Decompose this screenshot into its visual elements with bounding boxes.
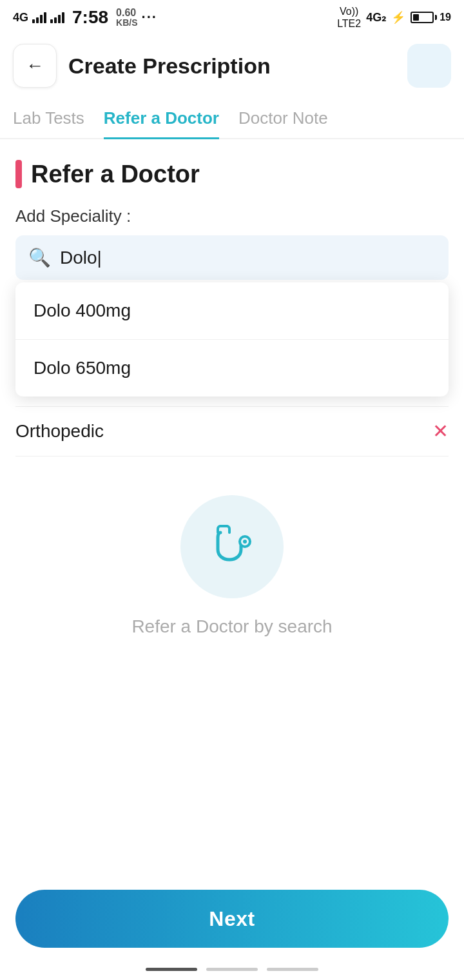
empty-state-text: Refer a Doctor by search — [131, 616, 332, 637]
page-title: Create Prescription — [68, 54, 396, 79]
search-dropdown: Dolo 400mg Dolo 650mg — [15, 282, 449, 397]
section-header: Refer a Doctor — [15, 160, 449, 188]
remove-orthopedic-button[interactable]: ✕ — [432, 422, 449, 441]
network-4g-1: 4G — [13, 11, 28, 24]
tab-refer-doctor[interactable]: Refer a Doctor — [104, 98, 219, 139]
network-4g2: 4G₂ — [366, 10, 386, 24]
status-speed: 0.60 KB/S — [116, 8, 137, 27]
bottom-nav — [0, 968, 464, 974]
dropdown-item-dolo400[interactable]: Dolo 400mg — [15, 282, 449, 340]
search-input[interactable]: Dolo — [60, 248, 436, 268]
status-right: Vo)) LTE2 4G₂ ⚡ 19 — [337, 5, 451, 30]
nav-indicator-2 — [206, 968, 258, 971]
tab-doctor-note[interactable]: Doctor Note — [238, 98, 328, 139]
status-time: 7:58 — [72, 7, 108, 28]
stethoscope-icon — [206, 521, 258, 573]
selected-item-orthopedic: Orthopedic ✕ — [15, 407, 449, 456]
next-button[interactable]: Next — [15, 890, 449, 948]
status-left: 4G 7:58 0.60 KB/S ··· — [13, 7, 157, 28]
search-container: 🔍 Dolo Dolo 400mg Dolo 650mg — [15, 235, 449, 280]
nav-indicator-1 — [146, 968, 197, 971]
section-accent-bar — [15, 160, 22, 188]
nav-indicator-3 — [267, 968, 318, 971]
header-action-button[interactable] — [407, 44, 451, 88]
signal-2 — [50, 12, 64, 23]
header: ← Create Prescription — [0, 34, 464, 98]
battery-indicator: 19 — [411, 12, 451, 23]
back-button[interactable]: ← — [13, 44, 57, 88]
charging-icon: ⚡ — [391, 10, 405, 24]
tab-bar: Lab Tests Refer a Doctor Doctor Note — [0, 98, 464, 139]
signal-1 — [32, 12, 46, 23]
speciality-label: Add Speciality : — [15, 206, 449, 226]
stethoscope-icon-circle — [180, 495, 284, 598]
tab-lab-tests[interactable]: Lab Tests — [13, 98, 84, 139]
volte-indicator: Vo)) LTE2 — [337, 5, 361, 30]
search-icon: 🔍 — [28, 247, 51, 268]
selected-item-text: Orthopedic — [15, 421, 104, 442]
search-input-wrapper[interactable]: 🔍 Dolo — [15, 235, 449, 280]
main-content: Refer a Doctor Add Speciality : 🔍 Dolo D… — [0, 139, 464, 663]
section-title: Refer a Doctor — [31, 161, 200, 188]
back-arrow-icon: ← — [26, 55, 44, 76]
status-bar: 4G 7:58 0.60 KB/S ··· Vo)) LTE2 4G₂ ⚡ — [0, 0, 464, 34]
dropdown-item-dolo650[interactable]: Dolo 650mg — [15, 340, 449, 397]
svg-point-1 — [243, 540, 247, 544]
empty-state: Refer a Doctor by search — [15, 456, 449, 663]
status-dots: ··· — [142, 9, 157, 26]
